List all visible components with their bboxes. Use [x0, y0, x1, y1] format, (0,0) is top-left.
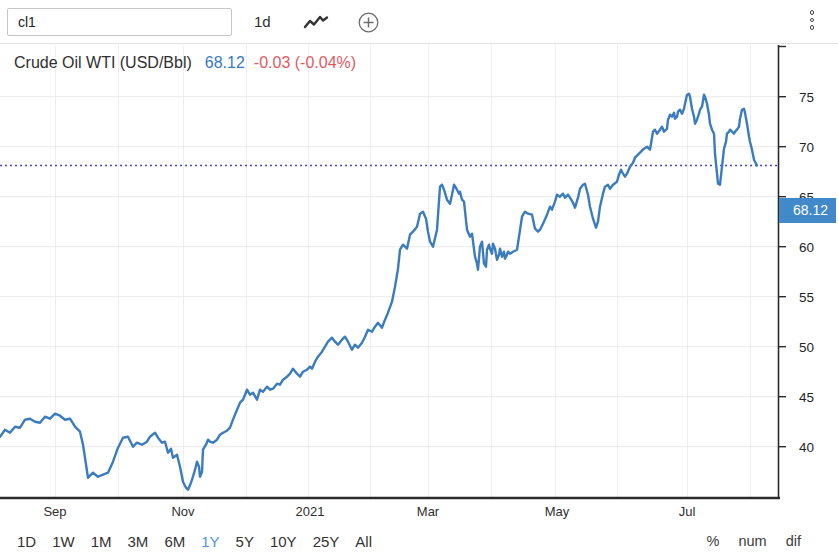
y-axis-tick-label: 45 [799, 390, 814, 405]
range-button-all[interactable]: All [355, 533, 372, 550]
y-axis-tick-label: 60 [799, 240, 814, 255]
range-button-1w[interactable]: 1W [52, 533, 75, 550]
display-mode-group: %numdif [707, 533, 801, 549]
x-axis-month-label: Sep [43, 504, 66, 519]
instrument-title: Crude Oil WTI (USD/Bbl) [14, 54, 192, 72]
x-axis-month-label: May [545, 504, 570, 519]
y-axis-tick-label: 70 [799, 140, 814, 155]
add-indicator-button[interactable] [358, 12, 379, 37]
price-chart-svg[interactable]: 7570656055504540SepNov2021MarMayJul [0, 45, 838, 520]
range-button-1m[interactable]: 1M [91, 533, 112, 550]
display-mode-num[interactable]: num [738, 533, 766, 549]
range-button-25y[interactable]: 25Y [313, 533, 340, 550]
interval-button[interactable]: 1d [254, 0, 271, 43]
x-axis-month-label: Nov [171, 504, 195, 519]
x-axis-month-label: 2021 [296, 504, 325, 519]
last-price-value: 68.12 [205, 54, 245, 72]
y-axis-tick-label: 55 [799, 290, 814, 305]
axis-price-badge: 68.12 [779, 198, 836, 223]
range-button-5y[interactable]: 5Y [236, 533, 254, 550]
range-button-6m[interactable]: 6M [164, 533, 185, 550]
range-button-1y[interactable]: 1Y [201, 533, 219, 550]
y-axis-tick-label: 50 [799, 340, 814, 355]
display-mode-dif[interactable]: dif [786, 533, 801, 549]
chart-area: 7570656055504540SepNov2021MarMayJul Crud… [0, 45, 838, 520]
chart-type-line-icon[interactable] [303, 14, 329, 34]
chart-legend: Crude Oil WTI (USD/Bbl) 68.12 -0.03 (-0.… [14, 54, 356, 72]
y-axis-tick-label: 75 [799, 90, 814, 105]
symbol-search-input[interactable] [7, 8, 232, 36]
y-axis-tick-label: 40 [799, 440, 814, 455]
price-change-value: -0.03 (-0.04%) [254, 54, 356, 72]
top-toolbar: 1d [0, 0, 838, 44]
range-button-1d[interactable]: 1D [17, 533, 36, 550]
range-toolbar: 1D1W1M3M6M1Y5Y10Y25YAll %numdif [0, 524, 838, 558]
x-axis-month-label: Mar [417, 504, 440, 519]
price-line-series [0, 94, 757, 490]
range-button-3m[interactable]: 3M [128, 533, 149, 550]
more-menu-kebab-icon[interactable] [807, 10, 817, 30]
range-button-10y[interactable]: 10Y [270, 533, 297, 550]
x-axis-month-label: Jul [679, 504, 696, 519]
display-mode-percent[interactable]: % [707, 533, 720, 549]
